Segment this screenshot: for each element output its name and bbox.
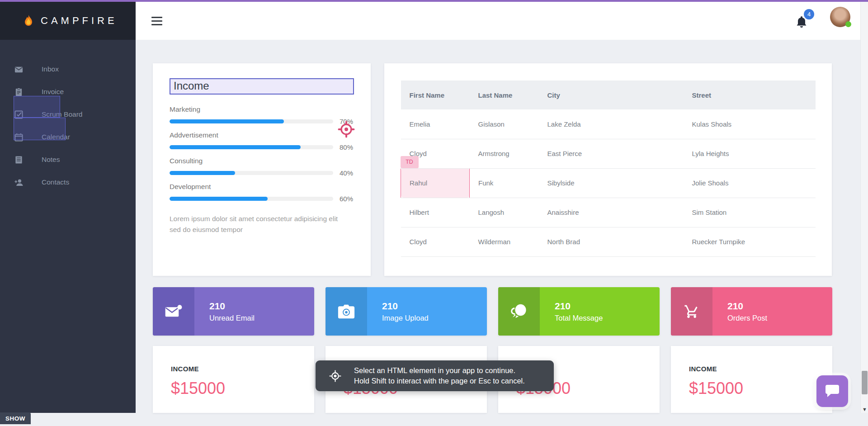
inspector-element-tag: TD — [401, 156, 419, 168]
progress-group-addvertisement: Addvertisement 80% — [170, 131, 354, 151]
contacts-table-card: First Name Last Name City Street Emelia … — [384, 63, 832, 276]
table-cell: North Brad — [539, 227, 684, 256]
stat-card-unread-email[interactable]: 210 Unread Email — [153, 287, 314, 336]
table-cell: Jolie Shoals — [684, 168, 816, 198]
inspector-highlighted-cell[interactable]: TD Rahul — [401, 168, 470, 198]
stat-label: Unread Email — [209, 314, 314, 322]
income-card: Income Marketing 70% Addvertisement 80% … — [153, 63, 371, 276]
progress-percent: 60% — [333, 195, 354, 203]
stat-card-orders-post[interactable]: 210 Orders Post — [671, 287, 832, 336]
sidebar-logo[interactable]: CAMPFIRE — [0, 2, 136, 40]
scrollbar-down-arrow[interactable]: ▼ — [862, 407, 867, 412]
chat-bubble-icon — [825, 384, 840, 398]
income-card-note: Lorem ipsum dolor sit amet consectetur a… — [170, 213, 350, 235]
table-cell: Lake Zelda — [539, 109, 684, 139]
mail-icon — [14, 65, 23, 74]
progress-group-marketing: Marketing 70% — [170, 105, 354, 125]
sidebar-nav: Inbox Invoice Scrum Board — [0, 40, 136, 194]
sidebar: CAMPFIRE Inbox Invoice — [0, 2, 136, 413]
stat-value: 210 — [727, 301, 832, 312]
progress-fill — [170, 197, 268, 201]
page-accent-border — [0, 0, 868, 2]
progress-track — [170, 197, 333, 201]
tooltip-line-1: Select an HTML element in your app to co… — [354, 365, 525, 376]
income-tile-value: $15000 — [171, 379, 296, 398]
dashboard-page: CAMPFIRE Inbox Invoice — [0, 0, 868, 426]
income-tile: INCOME $15000 — [671, 346, 832, 413]
stat-card-total-message[interactable]: 210 Total Message — [498, 287, 660, 336]
topbar: 4 — [136, 2, 868, 40]
sidebar-item-label: Scrum Board — [42, 110, 82, 118]
sidebar-item-label: Notes — [42, 156, 60, 164]
camera-icon — [338, 304, 355, 319]
app-title: CAMPFIRE — [41, 15, 118, 27]
table-cell: Funk — [470, 168, 539, 198]
progress-track — [170, 119, 333, 123]
table-cell: Wilderman — [470, 227, 539, 256]
element-picker-cursor-icon — [337, 120, 355, 138]
chat-button[interactable] — [816, 375, 848, 407]
scrum-board-icon — [14, 110, 23, 119]
notification-badge: 4 — [804, 9, 814, 19]
progress-group-consulting: Consulting 40% — [170, 157, 354, 177]
table-cell: Sibylside — [539, 168, 684, 198]
chat-icon — [510, 304, 528, 319]
scrollbar-thumb[interactable] — [862, 371, 868, 394]
invoice-icon — [14, 88, 23, 96]
table-cell: Lyla Heights — [684, 139, 816, 168]
income-card-title: Income — [174, 80, 350, 92]
table-row[interactable]: TD Rahul Funk Sibylside Jolie Shoals — [401, 168, 816, 198]
sidebar-item-label: Invoice — [42, 88, 64, 96]
calendar-icon — [14, 133, 23, 142]
column-header: Street — [684, 80, 816, 109]
stat-label: Orders Post — [727, 314, 832, 322]
table-row[interactable]: Cloyd Wilderman North Brad Ruecker Turnp… — [401, 227, 816, 256]
table-cell: Hilbert — [401, 198, 470, 227]
mail-alert-icon — [165, 304, 182, 319]
stat-value: 210 — [382, 301, 487, 312]
income-tile-label: INCOME — [689, 365, 814, 373]
sidebar-item-notes[interactable]: Notes — [0, 148, 136, 171]
user-avatar[interactable] — [830, 7, 850, 27]
element-picker-tooltip: Select an HTML element in your app to co… — [316, 360, 554, 391]
sidebar-item-invoice[interactable]: Invoice — [0, 80, 136, 103]
sidebar-item-inbox[interactable]: Inbox — [0, 58, 136, 80]
stat-value: 210 — [555, 301, 660, 312]
inspector-highlight-income-title: Income — [170, 78, 354, 95]
table-cell: Cloyd — [401, 227, 470, 256]
locate-icon — [329, 370, 341, 382]
cart-icon — [683, 304, 700, 319]
menu-toggle-button[interactable] — [151, 17, 162, 25]
column-header: City — [539, 80, 684, 109]
table-row[interactable]: Hilbert Langosh Anaisshire Sim Station — [401, 198, 816, 227]
table-cell-text: Rahul — [410, 179, 427, 187]
progress-label: Development — [170, 183, 354, 191]
sidebar-item-calendar[interactable]: Calendar — [0, 126, 136, 148]
column-header: First Name — [401, 80, 470, 109]
table-cell: Anaisshire — [539, 198, 684, 227]
table-row[interactable]: Emelia Gislason Lake Zelda Kulas Shoals — [401, 109, 816, 139]
progress-percent: 80% — [333, 143, 354, 151]
table-cell: Sim Station — [684, 198, 816, 227]
progress-fill — [170, 171, 235, 175]
vertical-scrollbar[interactable]: ▼ — [860, 2, 868, 413]
progress-label: Marketing — [170, 105, 354, 114]
stat-icon-section — [153, 287, 194, 336]
sidebar-item-contacts[interactable]: Contacts — [0, 171, 136, 194]
table-cell: Armstrong — [470, 139, 539, 168]
stat-icon-section — [498, 287, 540, 336]
income-tile-value: $15000 — [689, 379, 814, 398]
sidebar-item-label: Calendar — [42, 133, 70, 141]
stat-card-image-upload[interactable]: 210 Image Upload — [326, 287, 487, 336]
stat-value: 210 — [209, 301, 314, 312]
notification-count: 4 — [807, 11, 811, 18]
show-toggle-tag[interactable]: SHOW — [0, 412, 31, 424]
sidebar-item-label: Inbox — [42, 65, 59, 73]
stat-icon-section — [326, 287, 367, 336]
flame-icon — [24, 14, 33, 27]
table-row[interactable]: Cloyd Armstrong East Pierce Lyla Heights — [401, 139, 816, 168]
notifications-button[interactable]: 4 — [795, 12, 816, 32]
progress-track — [170, 145, 333, 149]
sidebar-item-scrum-board[interactable]: Scrum Board — [0, 103, 136, 126]
progress-fill — [170, 119, 284, 123]
